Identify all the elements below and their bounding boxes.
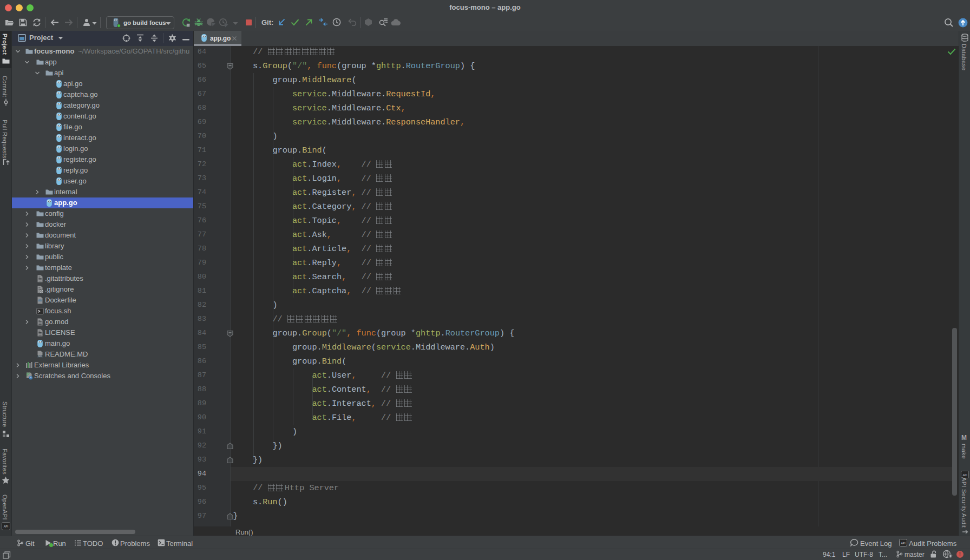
svg-text:API: API (901, 542, 905, 545)
svg-text:API: API (4, 525, 9, 528)
svg-text:MD: MD (38, 355, 43, 358)
svg-text:API: API (962, 473, 967, 477)
